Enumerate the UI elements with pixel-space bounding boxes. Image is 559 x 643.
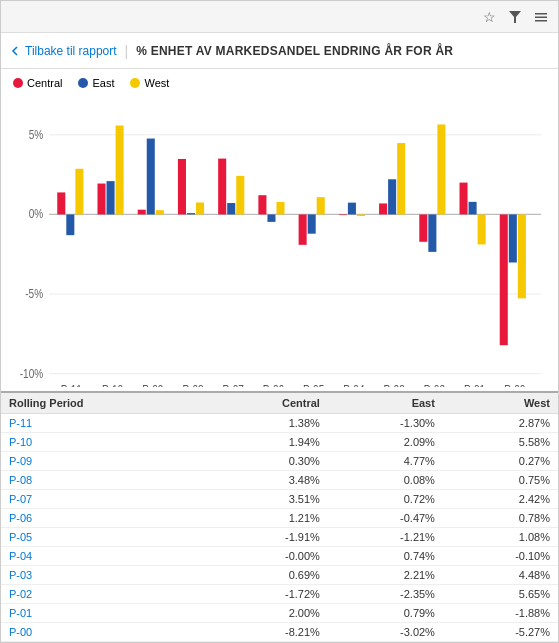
cell-central: 0.69% <box>206 566 328 585</box>
svg-marker-0 <box>509 11 521 23</box>
bar <box>57 192 65 214</box>
chart-legend: Central East West <box>13 77 546 89</box>
west-dot <box>130 78 140 88</box>
svg-text:0%: 0% <box>29 206 44 221</box>
bar <box>317 197 325 214</box>
cell-central: -1.72% <box>206 585 328 604</box>
bar <box>116 126 124 215</box>
bar <box>428 214 436 251</box>
bar <box>419 214 427 241</box>
svg-text:P-03: P-03 <box>384 381 406 387</box>
cell-west: 0.78% <box>443 509 558 528</box>
central-dot <box>13 78 23 88</box>
table-row: P-02-1.72%-2.35%5.65% <box>1 585 558 604</box>
table-row: P-012.00%0.79%-1.88% <box>1 604 558 623</box>
cell-east: 0.74% <box>328 547 443 566</box>
bar <box>147 139 155 215</box>
svg-text:-5%: -5% <box>25 286 43 301</box>
bar <box>227 203 235 214</box>
filter-icon[interactable] <box>506 8 524 26</box>
svg-text:P-08: P-08 <box>182 381 204 387</box>
pin-icon[interactable]: ☆ <box>480 8 498 26</box>
cell-east: 4.77% <box>328 452 443 471</box>
bar <box>348 203 356 215</box>
cell-west: -0.10% <box>443 547 558 566</box>
cell-east: -1.30% <box>328 414 443 433</box>
more-icon[interactable] <box>532 8 550 26</box>
cell-period: P-08 <box>1 471 206 490</box>
header-divider: | <box>125 43 129 59</box>
svg-rect-2 <box>535 16 547 18</box>
col-east: East <box>328 393 443 414</box>
cell-east: -2.35% <box>328 585 443 604</box>
cell-period: P-02 <box>1 585 206 604</box>
legend-central-label: Central <box>27 77 62 89</box>
svg-text:5%: 5% <box>29 126 44 141</box>
bar <box>388 179 396 214</box>
cell-east: -3.02% <box>328 623 443 642</box>
back-button[interactable]: Tilbake til rapport <box>9 44 117 58</box>
bar <box>478 214 486 244</box>
table-header-row: Rolling Period Central East West <box>1 393 558 414</box>
legend-west: West <box>130 77 169 89</box>
table-body: P-111.38%-1.30%2.87%P-101.94%2.09%5.58%P… <box>1 414 558 642</box>
toolbar: ☆ <box>1 1 558 33</box>
bar <box>178 159 186 214</box>
legend-west-label: West <box>144 77 169 89</box>
svg-rect-3 <box>535 20 547 22</box>
svg-text:P-07: P-07 <box>223 381 244 387</box>
bar <box>397 143 405 214</box>
cell-period: P-05 <box>1 528 206 547</box>
cell-central: 1.38% <box>206 414 328 433</box>
table-row: P-061.21%-0.47%0.78% <box>1 509 558 528</box>
cell-west: 0.27% <box>443 452 558 471</box>
legend-east: East <box>78 77 114 89</box>
bar <box>509 214 517 262</box>
svg-text:P-00: P-00 <box>504 381 526 387</box>
bar <box>236 176 244 215</box>
cell-east: 0.79% <box>328 604 443 623</box>
cell-central: -8.21% <box>206 623 328 642</box>
bar <box>308 214 316 233</box>
cell-period: P-10 <box>1 433 206 452</box>
bar <box>469 202 477 215</box>
cell-central: 0.30% <box>206 452 328 471</box>
table-row: P-00-8.21%-3.02%-5.27% <box>1 623 558 642</box>
chart-area: Central East West <box>1 69 558 391</box>
table-row: P-083.48%0.08%0.75% <box>1 471 558 490</box>
bar <box>299 214 307 244</box>
cell-west: 0.75% <box>443 471 558 490</box>
cell-east: -1.21% <box>328 528 443 547</box>
svg-text:P-11: P-11 <box>61 381 82 387</box>
cell-west: 4.48% <box>443 566 558 585</box>
bar <box>75 169 83 215</box>
svg-text:P-05: P-05 <box>303 381 325 387</box>
page-title: % ENHET AV MARKEDSANDEL ENDRING ÅR FOR Å… <box>136 44 453 58</box>
table-row: P-05-1.91%-1.21%1.08% <box>1 528 558 547</box>
data-table-section: Rolling Period Central East West P-111.3… <box>1 391 558 642</box>
bar <box>357 214 365 216</box>
bar <box>518 214 526 298</box>
data-table: Rolling Period Central East West P-111.3… <box>1 393 558 642</box>
cell-central: -0.00% <box>206 547 328 566</box>
back-label: Tilbake til rapport <box>25 44 117 58</box>
cell-central: -1.91% <box>206 528 328 547</box>
cell-period: P-00 <box>1 623 206 642</box>
header: Tilbake til rapport | % ENHET AV MARKEDS… <box>1 33 558 69</box>
cell-west: 2.42% <box>443 490 558 509</box>
bar <box>66 214 74 235</box>
bar <box>460 183 468 215</box>
svg-text:P-04: P-04 <box>343 381 365 387</box>
svg-text:P-02: P-02 <box>424 381 445 387</box>
bar <box>107 181 115 214</box>
svg-text:-10%: -10% <box>20 365 44 380</box>
table-row: P-04-0.00%0.74%-0.10% <box>1 547 558 566</box>
legend-east-label: East <box>92 77 114 89</box>
svg-text:P-09: P-09 <box>142 381 163 387</box>
svg-rect-1 <box>535 13 547 15</box>
cell-west: 5.65% <box>443 585 558 604</box>
cell-period: P-06 <box>1 509 206 528</box>
bar <box>156 210 164 214</box>
bar <box>437 124 445 214</box>
cell-period: P-01 <box>1 604 206 623</box>
